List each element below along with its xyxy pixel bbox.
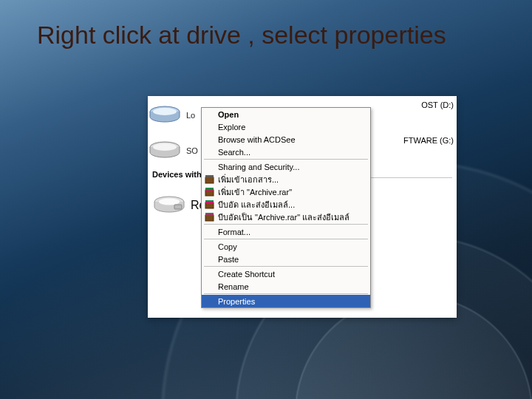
menu-rename[interactable]: Rename [202, 280, 370, 293]
menu-rar-add-archive-label: เพิ่มเข้าเอกสาร... [218, 173, 279, 186]
svg-rect-6 [174, 205, 182, 209]
menu-rar-compress-email-label: บีบอัด และส่งอีเมลล์... [218, 198, 295, 211]
menu-rar-add-named[interactable]: เพิ่มเข้า "Archive.rar" [202, 185, 370, 198]
svg-point-1 [153, 108, 177, 115]
slide: Right click at drive , select properties… [0, 0, 532, 399]
menu-separator [204, 224, 368, 225]
drive-soft-text: SO [186, 146, 198, 155]
drive-label-d: OST (D:) [421, 100, 454, 109]
menu-browse-acdsee[interactable]: Browse with ACDSee [202, 133, 370, 146]
svg-rect-16 [205, 215, 214, 221]
menu-rar-add-archive[interactable]: เพิ่มเข้าเอกสาร... [202, 173, 370, 185]
rar-icon [205, 174, 214, 184]
svg-rect-18 [205, 214, 214, 216]
menu-separator [204, 293, 368, 294]
rar-icon [205, 212, 214, 222]
menu-rar-compress-named-email[interactable]: บีบอัดเป็น "Archive.rar" และส่งอีเมลล์ [202, 211, 370, 223]
menu-format[interactable]: Format... [202, 225, 370, 238]
context-menu: Open Explore Browse with ACDSee Search..… [201, 107, 371, 308]
hdd-icon [148, 140, 182, 161]
screenshot-panel: OST (D:) FTWARE (G:) Lo SO [148, 96, 457, 318]
svg-point-5 [159, 199, 180, 205]
svg-rect-15 [205, 202, 214, 203]
menu-rar-add-named-label: เพิ่มเข้า "Archive.rar" [218, 185, 292, 199]
rar-icon [205, 187, 214, 197]
menu-create-shortcut[interactable]: Create Shortcut [202, 267, 370, 280]
drive-label-g: FTWARE (G:) [403, 136, 454, 145]
svg-rect-13 [205, 202, 214, 208]
svg-rect-10 [205, 190, 214, 196]
menu-rar-compress-email[interactable]: บีบอัด และส่งอีเมลล์... [202, 198, 370, 211]
menu-sharing-security[interactable]: Sharing and Security... [202, 160, 370, 173]
drive-removable[interactable]: Re [148, 188, 205, 223]
menu-rar-compress-named-email-label: บีบอัดเป็น "Archive.rar" และส่งอีเมลล์ [218, 211, 349, 224]
menu-search[interactable]: Search... [202, 146, 370, 158]
menu-separator [204, 159, 368, 160]
svg-rect-12 [205, 189, 214, 191]
menu-separator [204, 266, 368, 267]
svg-rect-9 [205, 177, 214, 178]
menu-explore[interactable]: Explore [202, 120, 370, 133]
menu-paste[interactable]: Paste [202, 253, 370, 265]
slide-title: Right click at drive , select properties [37, 21, 446, 50]
menu-open[interactable]: Open [202, 108, 370, 120]
svg-point-3 [153, 143, 177, 151]
svg-rect-7 [205, 177, 214, 183]
menu-separator [204, 239, 368, 239]
devices-header: Devices with [152, 170, 206, 179]
drive-local-text: Lo [186, 111, 195, 120]
removable-drive-icon [152, 195, 186, 216]
rar-icon [205, 200, 214, 209]
hdd-icon [148, 105, 182, 126]
menu-copy[interactable]: Copy [202, 240, 370, 253]
menu-properties[interactable]: Properties [202, 295, 370, 307]
